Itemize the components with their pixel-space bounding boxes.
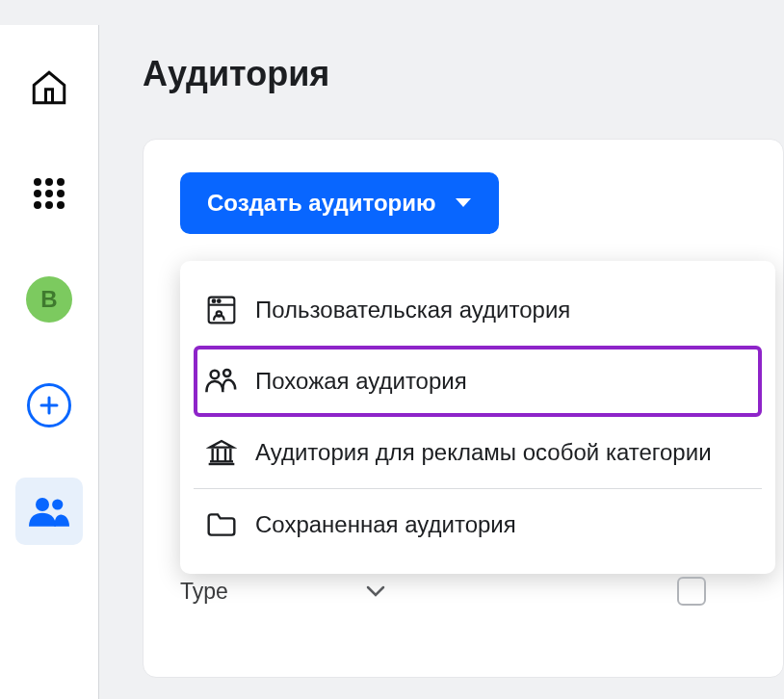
create-audience-button[interactable]: Создать аудиторию: [180, 172, 499, 234]
svg-point-2: [36, 498, 49, 511]
svg-point-3: [52, 499, 63, 509]
lookalike-icon: [205, 365, 238, 398]
people-icon: [29, 496, 69, 527]
nav-apps[interactable]: [15, 160, 83, 227]
sidebar: В: [0, 25, 99, 699]
filter-type-label: Type: [180, 579, 228, 605]
dropdown-item-label: Пользовательская аудитория: [255, 297, 570, 324]
folder-icon: [205, 508, 238, 541]
nav-audience[interactable]: [15, 478, 83, 545]
dropdown-item-label: Похожая аудитория: [255, 368, 467, 395]
filter-type-row[interactable]: Type: [180, 563, 783, 619]
dropdown-item-label: Сохраненная аудитория: [255, 511, 516, 538]
svg-point-7: [218, 299, 221, 302]
svg-point-9: [211, 371, 220, 379]
custom-audience-icon: [205, 294, 238, 326]
dropdown-item-label: Аудитория для рекламы особой категории: [255, 439, 712, 466]
main-content: Аудитория Создать аудиторию: [99, 25, 784, 699]
svg-point-6: [213, 299, 216, 302]
dropdown-special-ad-audience[interactable]: Аудитория для рекламы особой категории: [194, 417, 762, 488]
chevron-down-icon: [366, 585, 385, 597]
nav-create[interactable]: [15, 372, 83, 439]
avatar-letter: В: [40, 286, 57, 313]
dropdown-lookalike-audience[interactable]: Похожая аудитория: [194, 346, 762, 417]
dropdown-saved-audience[interactable]: Сохраненная аудитория: [194, 489, 762, 560]
home-icon: [29, 67, 69, 108]
create-audience-dropdown: Пользовательская аудитория Похожая аудит…: [180, 261, 775, 574]
filter-checkbox[interactable]: [677, 577, 706, 606]
nav-account[interactable]: В: [15, 266, 83, 333]
svg-point-10: [223, 370, 230, 376]
apps-grid-icon: [34, 178, 65, 209]
dropdown-custom-audience[interactable]: Пользовательская аудитория: [194, 274, 762, 346]
nav-home[interactable]: [15, 54, 83, 121]
page-title: Аудитория: [143, 54, 784, 94]
plus-circle-icon: [27, 383, 71, 427]
create-audience-label: Создать аудиторию: [207, 190, 435, 217]
institution-icon: [205, 436, 238, 469]
caret-down-icon: [455, 197, 472, 209]
filters-section: Type: [180, 563, 783, 619]
avatar: В: [26, 276, 72, 323]
audience-card: Создать аудиторию: [143, 139, 784, 678]
